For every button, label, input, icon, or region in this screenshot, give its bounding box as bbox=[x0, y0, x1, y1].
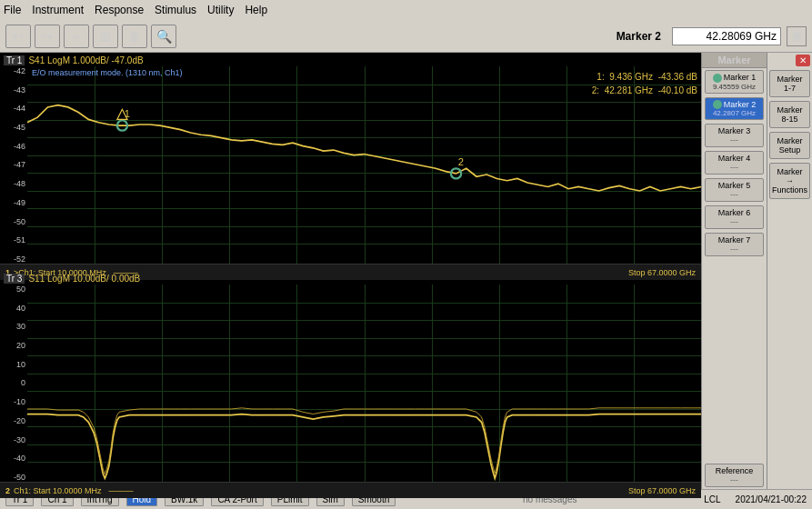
redo-button[interactable]: ↪ bbox=[35, 25, 60, 48]
marker2-sidebar-freq: 42.2807 GHz bbox=[708, 109, 760, 117]
chart-1: Tr 1 S41 LogM 1.000dB/ -47.0dB -42 -43 -… bbox=[0, 53, 701, 271]
marker7-label: Marker 7 bbox=[708, 235, 760, 245]
y1-label-7: -49 bbox=[2, 198, 25, 207]
y2-label-8: -30 bbox=[2, 435, 25, 444]
y1-label-8: -50 bbox=[2, 217, 25, 226]
main-content: Tr 1 S41 LogM 1.000dB/ -47.0dB -42 -43 -… bbox=[0, 53, 812, 489]
trace1-info: S41 LogM 1.000dB/ -47.0dB bbox=[28, 55, 143, 65]
status-lcl: LCL bbox=[704, 494, 720, 504]
marker3-label: Marker 3 bbox=[708, 126, 760, 135]
marker4-label: Marker 4 bbox=[708, 154, 760, 163]
marker-btn-2[interactable]: Marker 2 42.2807 GHz bbox=[705, 97, 764, 121]
marker-value-input[interactable] bbox=[672, 27, 781, 45]
marker-btn-reference[interactable]: Reference --- bbox=[705, 464, 764, 487]
chart1-marker-overlay: 1: 9.436 GHz -43.36 dB 2: 42.281 GHz -40… bbox=[592, 70, 697, 97]
y2-label-0: 50 bbox=[2, 284, 25, 294]
marker1-label: Marker 1 bbox=[708, 73, 760, 83]
toolbar: ↩ ↪ ⌁ ⊞ 🗑 🔍 Marker 2 ▦ bbox=[0, 20, 812, 53]
svg-text:1: 1 bbox=[125, 108, 130, 119]
marker-sidebar: Marker Marker 1 9.45559 GHz Marker 2 42.… bbox=[701, 53, 767, 489]
y2-label-1: 40 bbox=[2, 304, 25, 313]
marker-input-area: Marker 2 ▦ bbox=[611, 26, 807, 46]
y1-label-4: -46 bbox=[2, 142, 25, 151]
y2-label-3: 20 bbox=[2, 341, 25, 350]
grid-button[interactable]: ⊞ bbox=[93, 25, 118, 48]
reference-dash: --- bbox=[730, 475, 738, 484]
tab-marker-functions[interactable]: Marker →Functions bbox=[769, 163, 810, 199]
marker2-info: 2: 42.281 GHz -40.10 dB bbox=[592, 84, 697, 97]
marker1-sidebar-freq: 9.45559 GHz bbox=[708, 83, 760, 91]
chart2-axis-bar: 2 Ch1: Start 10.0000 MHz ——— Stop 67.000… bbox=[0, 482, 701, 498]
charts-area: Tr 1 S41 LogM 1.000dB/ -47.0dB -42 -43 -… bbox=[0, 53, 701, 489]
y1-label-10: -52 bbox=[2, 254, 25, 264]
tab-close-btn[interactable]: ✕ bbox=[796, 55, 810, 66]
marker3-dash: --- bbox=[730, 135, 738, 145]
marker6-label: Marker 6 bbox=[708, 208, 760, 217]
chart2-trace-svg bbox=[27, 284, 701, 482]
y2-label-9: -40 bbox=[2, 454, 25, 463]
svg-text:2: 2 bbox=[458, 156, 464, 167]
marker5-dash: --- bbox=[730, 190, 738, 199]
marker-btn-7[interactable]: Marker 7 --- bbox=[705, 233, 764, 256]
chart2-inner[interactable]: 50 40 30 20 10 0 -10 -20 -30 -40 -50 bbox=[0, 284, 701, 482]
marker-btn-5[interactable]: Marker 5 --- bbox=[705, 178, 764, 202]
y1-label-1: -43 bbox=[2, 85, 25, 95]
marker4-dash: --- bbox=[730, 163, 738, 172]
marker-btn-1[interactable]: Marker 1 9.45559 GHz bbox=[705, 70, 764, 94]
menu-response[interactable]: Response bbox=[95, 4, 144, 16]
y1-label-2: -44 bbox=[2, 104, 25, 113]
y2-label-7: -20 bbox=[2, 416, 25, 425]
chart2-stop-freq: Stop 67.0000 GHz bbox=[628, 486, 696, 495]
tab-marker-8-15[interactable]: Marker8-15 bbox=[769, 101, 810, 128]
marker-label: Marker 2 bbox=[611, 28, 667, 45]
marker6-dash: --- bbox=[730, 217, 738, 226]
menu-stimulus[interactable]: Stimulus bbox=[155, 4, 196, 16]
y2-label-5: 0 bbox=[2, 378, 25, 387]
y1-label-6: -48 bbox=[2, 179, 25, 188]
menu-help[interactable]: Help bbox=[245, 4, 267, 16]
marker2-label: Marker 2 bbox=[708, 100, 760, 110]
marker-btn-4[interactable]: Marker 4 --- bbox=[705, 151, 764, 175]
marker-btn-6[interactable]: Marker 6 --- bbox=[705, 205, 764, 229]
menu-file[interactable]: File bbox=[4, 4, 21, 16]
tab-marker-setup[interactable]: MarkerSetup bbox=[769, 132, 810, 159]
marker5-label: Marker 5 bbox=[708, 181, 760, 190]
chart2-header: Tr 3 S11 LogM 10.00dB/ 0.00dB bbox=[0, 273, 701, 284]
y1-label-3: -45 bbox=[2, 123, 25, 132]
sync-button[interactable]: ⌁ bbox=[64, 25, 89, 48]
y1-label-0: -42 bbox=[2, 66, 25, 75]
menu-utility[interactable]: Utility bbox=[207, 4, 234, 16]
status-datetime: 2021/04/21-00:22 bbox=[736, 494, 807, 504]
tab-panel: ✕ Marker1-7 Marker8-15 MarkerSetup Marke… bbox=[767, 53, 812, 489]
trace2-num: Tr 3 bbox=[4, 274, 25, 284]
menu-bar: File Instrument Response Stimulus Utilit… bbox=[0, 0, 812, 20]
trace1-num: Tr 1 bbox=[4, 55, 25, 65]
tab-marker-1-7[interactable]: Marker1-7 bbox=[769, 70, 810, 97]
chart2-start-freq: 10.0000 MHz bbox=[53, 486, 102, 495]
undo-button[interactable]: ↩ bbox=[5, 25, 31, 48]
marker-sidebar-title: Marker bbox=[702, 53, 767, 68]
y1-label-5: -47 bbox=[2, 160, 25, 169]
reference-label: Reference bbox=[708, 466, 760, 475]
chart2-channel: 2 bbox=[5, 486, 10, 495]
y2-label-10: -50 bbox=[2, 473, 25, 482]
chart1-header: Tr 1 S41 LogM 1.000dB/ -47.0dB bbox=[0, 55, 701, 66]
zoom-button[interactable]: 🔍 bbox=[151, 25, 176, 48]
chart2-start-label: Ch1: Start bbox=[14, 486, 51, 495]
trace2-info: S11 LogM 10.00dB/ 0.00dB bbox=[28, 274, 140, 284]
y2-label-2: 30 bbox=[2, 322, 25, 331]
y2-label-6: -10 bbox=[2, 397, 25, 406]
calc-button[interactable]: ▦ bbox=[787, 26, 807, 46]
y1-label-9: -51 bbox=[2, 235, 25, 245]
chart-2: Tr 3 S11 LogM 10.00dB/ 0.00dB 50 40 30 2… bbox=[0, 271, 701, 489]
marker1-info: 1: 9.436 GHz -43.36 dB bbox=[592, 70, 697, 84]
marker-btn-3[interactable]: Marker 3 --- bbox=[705, 124, 764, 147]
y2-label-4: 10 bbox=[2, 360, 25, 369]
chart2-y-axis: 50 40 30 20 10 0 -10 -20 -30 -40 -50 bbox=[0, 284, 27, 482]
chart1-inner[interactable]: -42 -43 -44 -45 -46 -47 -48 -49 -50 -51 … bbox=[0, 66, 701, 264]
marker7-dash: --- bbox=[730, 245, 738, 254]
chart1-y-axis: -42 -43 -44 -45 -46 -47 -48 -49 -50 -51 … bbox=[0, 66, 27, 264]
delete-button[interactable]: 🗑 bbox=[122, 25, 147, 48]
menu-instrument[interactable]: Instrument bbox=[32, 4, 84, 16]
